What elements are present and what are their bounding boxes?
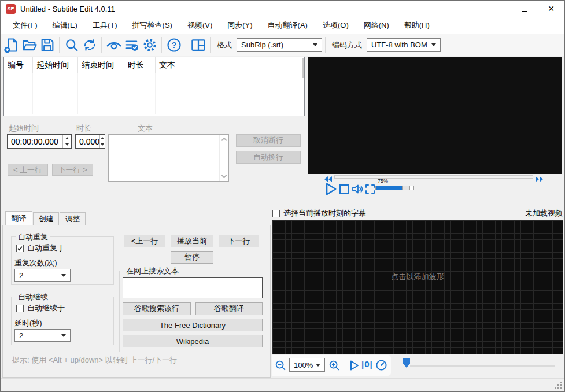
- column-start-time[interactable]: 起始时间: [33, 57, 78, 73]
- checkbox-unchecked-icon[interactable]: [16, 305, 24, 312]
- video-mute-button[interactable]: [350, 182, 364, 198]
- column-number[interactable]: 编号: [4, 57, 33, 73]
- video-display[interactable]: [308, 57, 562, 174]
- google-translate-button[interactable]: 谷歌翻译: [195, 302, 263, 315]
- subtitle-list[interactable]: 编号 起始时间 结束时间 时长 文本: [3, 57, 305, 116]
- tab-create[interactable]: 创建: [33, 212, 59, 225]
- select-current-checkbox[interactable]: [272, 210, 280, 217]
- duration-spinner[interactable]: 0.000: [75, 134, 105, 149]
- minimize-button[interactable]: [485, 1, 511, 17]
- video-stop-button[interactable]: [339, 184, 349, 197]
- menu-video[interactable]: 视频(V): [180, 17, 220, 34]
- tab-translate[interactable]: 翻译: [5, 211, 32, 225]
- find-button[interactable]: [62, 36, 80, 54]
- column-end-time[interactable]: 结束时间: [78, 57, 124, 73]
- column-duration[interactable]: 时长: [124, 57, 156, 73]
- fast-forward-icon: [536, 176, 543, 182]
- duration-value[interactable]: 0.000: [76, 135, 99, 148]
- spin-down-icon[interactable]: [63, 142, 71, 149]
- window-title: Untitled - Subtitle Edit 4.0.11: [20, 5, 115, 13]
- free-dictionary-button[interactable]: The Free Dictionary: [123, 319, 263, 331]
- replace-button[interactable]: [80, 36, 98, 54]
- table-row[interactable]: [4, 87, 304, 101]
- google-search-line-button[interactable]: 谷歌搜索该行: [123, 302, 191, 315]
- menu-spellcheck[interactable]: 拼写检查(S): [125, 17, 180, 34]
- menu-edit[interactable]: 编辑(E): [45, 17, 85, 34]
- menu-tools[interactable]: 工具(T): [85, 17, 125, 34]
- video-fullscreen-button[interactable]: [364, 183, 376, 197]
- layout-button[interactable]: [189, 36, 207, 54]
- repeat-count-combobox[interactable]: 2: [14, 269, 71, 282]
- spin-up-icon[interactable]: [63, 135, 71, 142]
- play-from-start-button[interactable]: |0|: [361, 359, 373, 369]
- waveform-area[interactable]: 点击以添加波形: [272, 220, 563, 354]
- maximize-button[interactable]: [511, 1, 538, 17]
- auto-repeat-checkbox-row[interactable]: 自动重复于: [16, 243, 65, 253]
- tab-adjust[interactable]: 调整: [60, 212, 86, 225]
- column-text[interactable]: 文本: [156, 57, 304, 73]
- video-play-button[interactable]: [322, 181, 338, 199]
- subtitle-text-area[interactable]: [108, 134, 229, 182]
- table-row[interactable]: [4, 73, 304, 87]
- menu-file[interactable]: 文件(F): [5, 17, 45, 34]
- video-seekbar[interactable]: [334, 175, 533, 179]
- chevron-down-icon: [313, 43, 317, 46]
- toolbar-separator: [101, 37, 102, 53]
- prev-line-button[interactable]: <上一行: [124, 235, 165, 247]
- encoding-combobox[interactable]: UTF-8 with BOM: [367, 38, 441, 52]
- start-time-value[interactable]: 00:00:00.000: [8, 135, 62, 148]
- waveform-position-slider[interactable]: [410, 365, 555, 367]
- waveform-zoom-in-button[interactable]: [328, 359, 341, 372]
- volume-slider[interactable]: [375, 186, 414, 190]
- menu-network[interactable]: 网络(N): [356, 17, 397, 34]
- autobreak-button[interactable]: 自动换行: [236, 151, 301, 164]
- play-icon: [322, 181, 338, 197]
- wikipedia-button[interactable]: Wikipedia: [123, 335, 263, 347]
- format-combobox[interactable]: SubRip (.srt): [237, 38, 322, 52]
- unbreak-button[interactable]: 取消断行: [236, 134, 301, 147]
- menu-help[interactable]: 帮助(H): [397, 17, 437, 34]
- video-status-label: 未加载视频: [525, 208, 563, 219]
- scroll-down-icon[interactable]: [221, 173, 227, 179]
- auto-repeat-checkbox-label: 自动重复于: [27, 243, 65, 253]
- list-scrollbar[interactable]: [302, 58, 304, 78]
- previous-line-button[interactable]: < 上一行: [8, 164, 48, 176]
- textarea-scrollbar[interactable]: [219, 135, 228, 181]
- start-time-spinner[interactable]: 00:00:00.000: [7, 134, 72, 149]
- resize-grip[interactable]: [554, 381, 563, 390]
- waveform-play-button[interactable]: [347, 358, 361, 372]
- close-button[interactable]: ✕: [538, 1, 564, 17]
- speaker-icon: [350, 182, 364, 196]
- waveform-zoom-combobox[interactable]: 100%: [289, 358, 325, 372]
- menu-options[interactable]: 选项(O): [315, 17, 356, 34]
- auto-continue-title: 自动继续: [16, 292, 50, 302]
- auto-continue-checkbox-row[interactable]: 自动继续于: [16, 303, 65, 313]
- minimize-icon: [495, 9, 501, 9]
- slider-handle[interactable]: [403, 358, 410, 368]
- delay-combobox[interactable]: 2: [14, 329, 71, 342]
- zoom-out-icon: [274, 359, 287, 372]
- scroll-up-icon[interactable]: [221, 138, 227, 143]
- save-file-button[interactable]: [38, 36, 56, 54]
- pause-button[interactable]: 暂停: [171, 251, 213, 264]
- spin-up-icon[interactable]: [100, 135, 105, 142]
- menu-sync[interactable]: 同步(Y): [220, 17, 260, 34]
- help-button[interactable]: ?: [165, 36, 183, 54]
- next-line-button[interactable]: 下一行 >: [52, 164, 93, 176]
- new-file-button[interactable]: [2, 36, 20, 54]
- visual-sync-button[interactable]: [105, 36, 123, 54]
- checkbox-checked-icon[interactable]: [16, 245, 24, 252]
- next-line-button-2[interactable]: 下一行: [219, 235, 259, 247]
- web-search-input[interactable]: [123, 277, 263, 298]
- playback-speed-button[interactable]: [375, 358, 388, 372]
- settings-button[interactable]: [141, 36, 158, 54]
- menu-auto-translate[interactable]: 自动翻译(A): [260, 17, 315, 34]
- seek-forward-button[interactable]: [536, 174, 543, 184]
- waveform-zoom-out-button[interactable]: [274, 359, 287, 372]
- spell-check-button[interactable]: [123, 36, 141, 54]
- volume-thumb[interactable]: [402, 186, 410, 190]
- open-file-button[interactable]: [20, 36, 38, 54]
- spin-down-icon[interactable]: [100, 142, 105, 149]
- play-current-button[interactable]: 播放当前: [171, 235, 213, 247]
- table-row[interactable]: [4, 101, 304, 114]
